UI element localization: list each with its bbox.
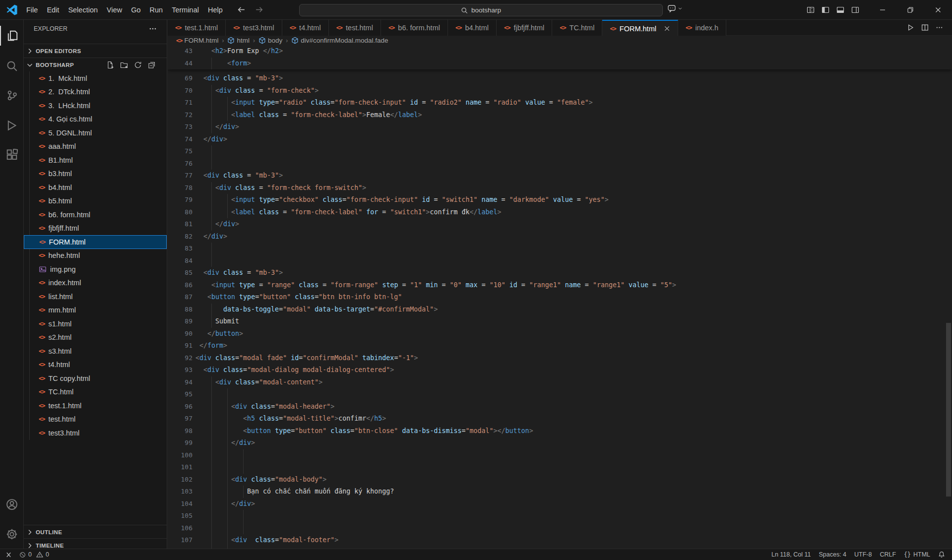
file-item-3. LHck.html[interactable]: <>3. LHck.html [24, 99, 167, 113]
new-file-icon[interactable] [106, 61, 114, 69]
tab-test3.html[interactable]: <>test3.html [226, 20, 282, 36]
tab-index.h[interactable]: <>index.h [678, 20, 726, 36]
code-line-76[interactable]: 76 [168, 158, 952, 170]
menu-terminal[interactable]: Terminal [167, 3, 203, 16]
run-file-icon[interactable] [907, 24, 914, 31]
code-line-102[interactable]: 102 <div class="modal-body"> [168, 474, 952, 486]
command-center-search[interactable]: bootsharp [299, 4, 663, 16]
activity-item-accounts[interactable] [0, 493, 23, 516]
activity-item-extensions[interactable] [0, 143, 23, 167]
activity-item-search[interactable] [0, 54, 23, 78]
code-line-101[interactable]: 101 [168, 461, 952, 474]
file-item-img.png[interactable]: img.png [24, 262, 167, 276]
code-line-99[interactable]: 99 </div> [168, 437, 952, 449]
code-line-73[interactable]: 73 </div> [168, 121, 952, 133]
file-item-fjbfjff.html[interactable]: <>fjbfjff.html [24, 222, 167, 236]
code-line-94[interactable]: 94 <div class="modal-content"> [168, 376, 952, 389]
menu-view[interactable]: View [102, 3, 127, 16]
code-line-81[interactable]: 81 </div> [168, 218, 952, 231]
code-line-78[interactable]: 78 <div class = "form-check form-switch"… [168, 182, 952, 194]
file-item-2. DTck.html[interactable]: <>2. DTck.html [24, 85, 167, 99]
code-line-43[interactable]: 43 <h2>Form Exp </h2> [168, 45, 952, 58]
file-item-4. Gọi cs.html[interactable]: <>4. Gọi cs.html [24, 113, 167, 126]
file-item-b6. form.html[interactable]: <>b6. form.html [24, 208, 167, 222]
file-item-b3.html[interactable]: <>b3.html [24, 167, 167, 181]
tab-FORM.html[interactable]: <>FORM.html [602, 20, 678, 36]
menu-file[interactable]: File [22, 3, 42, 16]
notifications-bell-icon[interactable] [938, 551, 945, 558]
code-editor[interactable]: 43 <h2>Form Exp </h2>44 <form> 6869 <div… [168, 45, 952, 549]
file-item-list.html[interactable]: <>list.html [24, 290, 167, 304]
code-line-93[interactable]: 93 <div class="modal-dialog modal-dialog… [168, 364, 952, 376]
code-line-106[interactable]: 106 [168, 522, 952, 535]
code-line-86[interactable]: 86 <input type = "range" class = "form-r… [168, 279, 952, 292]
file-item-TC.html[interactable]: <>TC.html [24, 385, 167, 399]
outline-section[interactable]: OUTLINE [24, 525, 167, 539]
tab-test.html[interactable]: <>test.html [329, 20, 381, 36]
explorer-more-actions-icon[interactable] [149, 25, 157, 33]
code-line-90[interactable]: 90 </button> [168, 328, 952, 340]
breadcrumb-item[interactable]: body [258, 37, 282, 44]
code-line-44[interactable]: 44 <form> [168, 58, 952, 70]
code-line-83[interactable]: 83 [168, 243, 952, 255]
breadcrumb-item[interactable]: div#confirmModal.modal.fade [291, 37, 388, 44]
file-item-test3.html[interactable]: <>test3.html [24, 426, 167, 440]
code-line-105[interactable]: 105 [168, 510, 952, 522]
tab-fjbfjff.html[interactable]: <>fjbfjff.html [497, 20, 552, 36]
menu-help[interactable]: Help [203, 3, 227, 16]
file-item-index.html[interactable]: <>index.html [24, 276, 167, 290]
activity-item-run-debug[interactable] [0, 114, 23, 137]
code-line-69[interactable]: 69 <div class = "mb-3"> [168, 72, 952, 85]
customize-layout-icon[interactable] [803, 3, 818, 17]
breadcrumb-item[interactable]: html [227, 37, 250, 44]
code-line-80[interactable]: 80 <label class = "form-check-label" for… [168, 206, 952, 219]
toggle-sidebar-icon[interactable] [818, 3, 833, 17]
toggle-secondary-sidebar-icon[interactable] [848, 3, 863, 17]
code-line-96[interactable]: 96 <div class="modal-header"> [168, 401, 952, 413]
close-window-button[interactable] [924, 0, 952, 20]
file-item-t4.html[interactable]: <>t4.html [24, 358, 167, 372]
split-editor-icon[interactable] [921, 24, 929, 31]
code-line-107[interactable]: 107 <div class="modal-footer"> [168, 534, 952, 547]
file-item-test.html[interactable]: <>test.html [24, 413, 167, 427]
file-item-1. Mck.html[interactable]: <>1. Mck.html [24, 71, 167, 85]
code-line-98[interactable]: 98 <button type="button" class="btn-clos… [168, 425, 952, 437]
file-item-aaa.html[interactable]: <>aaa.html [24, 140, 167, 154]
editor-scrollbar[interactable] [946, 323, 951, 497]
file-item-b5.html[interactable]: <>b5.html [24, 194, 167, 208]
open-editors-section[interactable]: OPEN EDITORS [24, 44, 167, 58]
timeline-section[interactable]: TIMELINE [24, 538, 167, 549]
toggle-panel-icon[interactable] [833, 3, 848, 17]
tab-test.1.html[interactable]: <>test.1.html [168, 20, 226, 36]
code-line-72[interactable]: 72 <label class = "form-check-label">Fem… [168, 109, 952, 122]
menu-go[interactable]: Go [127, 3, 145, 16]
code-line-95[interactable]: 95 [168, 388, 952, 401]
activity-item-explorer[interactable] [0, 24, 23, 48]
problems-indicator[interactable]: 0 0 [19, 551, 49, 558]
code-line-88[interactable]: 88 data-bs-toggle="modal" data-bs-target… [168, 304, 952, 316]
minimize-button[interactable] [869, 0, 896, 20]
file-item-s2.html[interactable]: <>s2.html [24, 331, 167, 345]
code-line-100[interactable]: 100 [168, 449, 952, 462]
file-item-B1.html[interactable]: <>B1.html [24, 153, 167, 167]
close-tab-icon[interactable] [664, 25, 670, 32]
status-indentation[interactable]: Spaces: 4 [819, 551, 846, 558]
status-eol[interactable]: CRLF [880, 551, 896, 558]
collapse-folders-icon[interactable] [148, 61, 156, 69]
status-language-mode[interactable]: {}HTML [904, 551, 930, 558]
code-line-104[interactable]: 104 </div> [168, 498, 952, 510]
code-line-89[interactable]: 89 Submit [168, 315, 952, 328]
tab-b4.html[interactable]: <>b4.html [448, 20, 497, 36]
file-item-test.1.html[interactable]: <>test.1.html [24, 399, 167, 413]
code-line-70[interactable]: 70 <div class = "form-check"> [168, 85, 952, 97]
activity-item-source-control[interactable] [0, 83, 23, 107]
menu-run[interactable]: Run [145, 3, 168, 16]
code-line-82[interactable]: 82 </div> [168, 231, 952, 243]
code-line-84[interactable]: 84 [168, 255, 952, 267]
code-line-71[interactable]: 71 <input type="radio" class="form-check… [168, 97, 952, 109]
tab-TC.html[interactable]: <>TC.html [552, 20, 602, 36]
tab-b6. form.html[interactable]: <>b6. form.html [381, 20, 448, 36]
code-line-92[interactable]: 92<div class="modal fade" id="confirmMod… [168, 352, 952, 365]
file-item-5. DGNL.html[interactable]: <>5. DGNL.html [24, 126, 167, 140]
back-button[interactable] [235, 3, 248, 16]
